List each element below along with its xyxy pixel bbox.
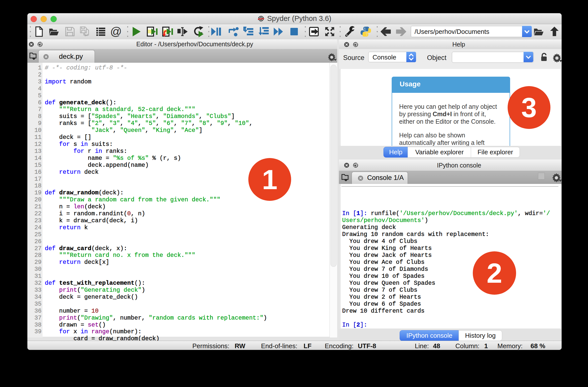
svg-text:@: @ [110,26,122,38]
